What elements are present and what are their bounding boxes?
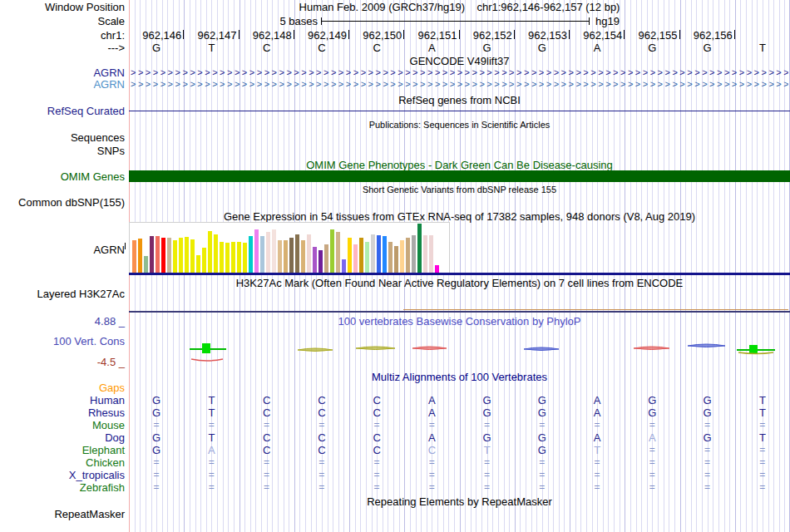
gtex-tissue-bar <box>289 238 294 273</box>
alignment-base: G <box>538 407 546 418</box>
genome-browser-image: Window Position Human Feb. 2009 (GRCh37/… <box>0 0 790 532</box>
reference-base: G <box>538 42 546 53</box>
sequences-track-label[interactable]: Sequences <box>0 132 125 143</box>
reference-base: T <box>759 42 766 53</box>
alignment-base: = <box>264 457 269 467</box>
alignment-base: C <box>373 407 380 418</box>
species-label-gaps: Gaps <box>0 382 125 393</box>
gtex-tissue-bar <box>220 242 224 273</box>
alignment-base: T <box>759 432 766 443</box>
conservation-track-label[interactable]: 100 Vert. Cons <box>0 336 125 347</box>
alignment-base: A <box>428 395 436 406</box>
coordinate-tick <box>624 30 625 39</box>
gtex-tissue-bar <box>353 244 358 273</box>
alignment-base: G <box>704 432 712 443</box>
coordinate-label: 962,147 <box>198 30 237 41</box>
alignment-base: = <box>759 445 765 455</box>
cons-max-value: 4.88 _ <box>0 316 125 327</box>
reference-base: A <box>428 42 436 53</box>
alignment-base: = <box>484 457 490 467</box>
alignment-base: G <box>152 445 160 456</box>
alignment-base: = <box>318 470 324 480</box>
alignment-base: = <box>704 420 710 430</box>
alignment-base: = <box>759 457 765 467</box>
species-label-mouse: Mouse <box>0 420 125 431</box>
h3k27ac-track-label[interactable]: Layered H3K27Ac <box>0 288 125 299</box>
alignment-base: A <box>594 432 601 443</box>
cons-min-value: -4.5 _ <box>0 357 125 367</box>
alignment-base: T <box>759 395 766 406</box>
gtex-tissue-bar <box>307 234 311 273</box>
repeatmasker-track-label[interactable]: RepeatMasker <box>0 509 125 520</box>
scale-ruler-tick-right <box>589 17 590 25</box>
coordinate-tick <box>239 30 239 39</box>
alignment-base: G <box>483 395 491 406</box>
coordinate-tick <box>569 30 570 39</box>
alignment-base: = <box>318 457 324 467</box>
conservation-mark-lens <box>356 347 395 350</box>
coordinate-label: 962,156 <box>694 30 733 41</box>
strand-arrow-label: ---> <box>0 42 125 53</box>
coordinate-tick <box>459 30 460 39</box>
alignment-base: C <box>263 407 270 418</box>
alignment-base: = <box>264 482 269 492</box>
gtex-tissue-bar <box>365 242 369 273</box>
coordinate-label: 962,148 <box>253 30 292 41</box>
gtex-tissue-bar <box>150 236 154 273</box>
gtex-tissue-bar <box>383 236 387 273</box>
gtex-gene-label[interactable]: AGRN <box>0 244 125 255</box>
snps-track-label[interactable]: SNPs <box>0 145 125 156</box>
coordinate-label: 962,149 <box>308 30 347 41</box>
coordinate-label: 962,155 <box>639 30 678 41</box>
alignment-base: G <box>152 407 160 418</box>
gtex-tissue-bar <box>254 229 259 273</box>
alignment-base: A <box>208 445 215 456</box>
gtex-tissue-bar <box>260 236 264 273</box>
gtex-tissue-bar <box>138 239 142 273</box>
gtex-tissue-bar <box>173 240 177 273</box>
alignment-base: A <box>428 407 436 418</box>
alignment-base: A <box>594 395 601 406</box>
gtex-tissue-bar <box>190 239 195 273</box>
coordinate-label: 962,153 <box>528 30 567 41</box>
gtex-tissue-bar <box>208 231 212 273</box>
conservation-mark-lens <box>688 344 725 347</box>
coordinate-label: 962,151 <box>418 30 457 41</box>
reference-base: C <box>263 42 270 53</box>
refseq-curated-label[interactable]: RefSeq Curated <box>0 106 125 116</box>
gtex-tissue-bar <box>394 246 398 273</box>
coordinate-tick <box>348 30 349 39</box>
position-range: chr1:962,146-962,157 (12 bp) <box>476 1 620 13</box>
gtex-tissue-bar <box>266 232 270 273</box>
gene-label-agrn-1[interactable]: AGRN <box>0 67 125 78</box>
gene-strand-arrows-2[interactable]: >>>>>>>>>>>>>>>>>>>>>>>>>>>>>>>>>>>>>>>>… <box>131 80 788 89</box>
gtex-baseline <box>129 273 790 275</box>
gene-strand-arrows-1[interactable]: >>>>>>>>>>>>>>>>>>>>>>>>>>>>>>>>>>>>>>>>… <box>131 68 788 77</box>
alignment-base: = <box>484 482 490 492</box>
alignment-base: = <box>649 470 655 480</box>
omim-gene-bar[interactable] <box>129 170 790 182</box>
alignment-base: T <box>208 395 215 406</box>
gene-label-agrn-2[interactable]: AGRN <box>0 79 125 90</box>
dbsnp-track-label[interactable]: Common dbSNP(155) <box>0 197 125 208</box>
alignment-base: = <box>209 470 215 480</box>
gtex-barchart[interactable] <box>129 222 450 273</box>
alignment-base: T <box>208 407 215 418</box>
gtex-tissue-bar <box>185 237 189 273</box>
species-label-rhesus: Rhesus <box>0 407 125 418</box>
omim-genes-label[interactable]: OMIM Genes <box>0 171 125 182</box>
refseq-gene-line[interactable] <box>129 111 790 111</box>
conservation-mark-arc <box>191 359 223 361</box>
gtex-tissue-bar <box>144 256 148 273</box>
h3k27ac-track-title: H3K27Ac Mark (Often Found Near Active Re… <box>129 278 790 288</box>
reference-base: C <box>373 42 380 53</box>
gtex-tissue-bar <box>342 259 346 273</box>
alignment-base: G <box>704 407 712 418</box>
coordinate-tick <box>294 30 294 39</box>
gtex-tissue-bar <box>301 240 305 273</box>
alignment-base: G <box>483 432 491 443</box>
alignment-base: A <box>594 407 601 418</box>
alignment-base: = <box>704 445 710 455</box>
alignment-base: = <box>318 420 324 430</box>
scale-ruler-tick-left <box>321 17 322 25</box>
